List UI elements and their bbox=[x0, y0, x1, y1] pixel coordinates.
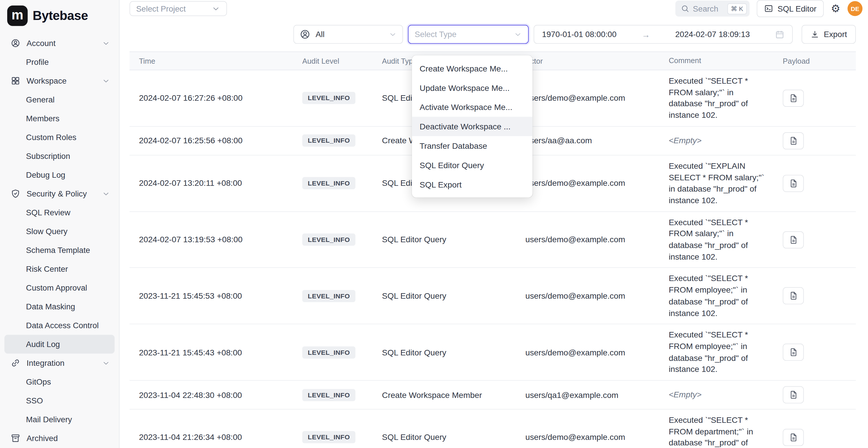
sql-editor-label: SQL Editor bbox=[778, 4, 817, 13]
audit-level-badge: LEVEL_INFO bbox=[302, 290, 355, 302]
sidebar-item-subscription[interactable]: Subscription bbox=[4, 147, 114, 165]
dropdown-option[interactable]: Update Workspace Me... bbox=[412, 78, 533, 98]
sidebar-item-schema-template[interactable]: Schema Template bbox=[4, 241, 114, 260]
sidebar-item-label: Schema Template bbox=[26, 246, 90, 255]
sidebar-item-label: Members bbox=[26, 114, 60, 123]
sidebar-item-slow-query[interactable]: Slow Query bbox=[4, 222, 114, 241]
sidebar-item-debug-log[interactable]: Debug Log bbox=[4, 165, 114, 184]
sidebar-section-workspace[interactable]: Workspace bbox=[0, 71, 119, 90]
sidebar-item-sql-review[interactable]: SQL Review bbox=[4, 203, 114, 222]
avatar[interactable]: DE bbox=[847, 1, 863, 16]
type-filter-select[interactable]: Select Type bbox=[408, 25, 529, 44]
row-time: 2023-11-04 22:48:30 +08:00 bbox=[129, 390, 302, 399]
column-header-time: Time bbox=[129, 57, 302, 65]
archive-icon bbox=[10, 433, 20, 443]
dropdown-option[interactable]: Create Workspace Me... bbox=[412, 59, 533, 78]
sidebar-section-label: Workspace bbox=[27, 76, 96, 85]
sidebar-section-archived[interactable]: Archived bbox=[0, 429, 119, 448]
sidebar-section-integration[interactable]: Integration bbox=[0, 354, 119, 373]
sidebar-section-label: Integration bbox=[27, 359, 96, 367]
sidebar-item-data-masking[interactable]: Data Masking bbox=[4, 297, 114, 316]
payload-view-button[interactable] bbox=[783, 175, 804, 192]
search-shortcut-badge: ⌘ K bbox=[727, 3, 747, 14]
payload-view-button[interactable] bbox=[783, 132, 804, 149]
payload-view-button[interactable] bbox=[783, 386, 804, 404]
sidebar-item-custom-roles[interactable]: Custom Roles bbox=[4, 128, 114, 147]
payload-view-button[interactable] bbox=[783, 231, 804, 248]
type-filter-dropdown-menu: Create Workspace Me... Update Workspace … bbox=[412, 55, 533, 197]
audit-level-badge: LEVEL_INFO bbox=[302, 135, 355, 147]
payload-view-button[interactable] bbox=[783, 90, 804, 107]
table-row: 2023-11-21 15:45:43 +08:00 LEVEL_INFO SQ… bbox=[129, 324, 856, 381]
sidebar-item-mail-delivery[interactable]: Mail Delivery bbox=[4, 410, 114, 429]
sidebar-item-label: Slow Query bbox=[26, 227, 67, 236]
chevron-down-icon bbox=[389, 30, 397, 38]
document-icon bbox=[789, 136, 798, 146]
column-header-comment: Comment bbox=[669, 56, 778, 66]
row-comment: <Empty> bbox=[669, 135, 778, 147]
payload-view-button[interactable] bbox=[783, 429, 804, 446]
export-button[interactable]: Export bbox=[802, 25, 856, 44]
row-audit-type: SQL Editor Query bbox=[382, 235, 525, 244]
row-time: 2024-02-07 16:27:26 +08:00 bbox=[129, 94, 302, 103]
sidebar-item-audit-log[interactable]: Audit Log bbox=[4, 335, 114, 354]
sidebar-item-members[interactable]: Members bbox=[4, 109, 114, 128]
column-header-audit-level: Audit Level bbox=[302, 57, 382, 65]
brand-name: Bytebase bbox=[33, 8, 88, 23]
audit-level-badge: LEVEL_INFO bbox=[302, 346, 355, 358]
table-row: 2023-11-04 21:26:34 +08:00 LEVEL_INFO SQ… bbox=[129, 410, 856, 448]
dropdown-option[interactable]: Transfer Database bbox=[412, 136, 533, 155]
app: m Bytebase Account Profile Workspace Gen… bbox=[0, 0, 868, 448]
bytebase-logo-icon: m bbox=[7, 5, 28, 26]
sidebar-item-sso[interactable]: SSO bbox=[4, 391, 114, 410]
row-actor: users/demo@example.com bbox=[525, 291, 669, 300]
sidebar-section-account[interactable]: Account bbox=[0, 34, 119, 53]
dropdown-option-highlighted[interactable]: Deactivate Workspace ... bbox=[412, 117, 533, 136]
row-comment: Executed `"SELECT * FROM employee;"` in … bbox=[669, 329, 778, 375]
sidebar-item-label: Risk Center bbox=[26, 264, 68, 274]
gear-icon[interactable]: ⚙ bbox=[831, 3, 840, 13]
sidebar-item-custom-approval[interactable]: Custom Approval bbox=[4, 279, 114, 297]
chevron-down-icon bbox=[102, 39, 110, 47]
dropdown-option[interactable]: Activate Workspace Me... bbox=[412, 98, 533, 117]
row-actor: users/aa@aa.com bbox=[525, 136, 669, 145]
row-audit-type: SQL Editor Query bbox=[382, 433, 525, 442]
document-icon bbox=[789, 179, 798, 188]
payload-view-button[interactable] bbox=[783, 344, 804, 361]
document-icon bbox=[789, 291, 798, 301]
sidebar-item-data-access-control[interactable]: Data Access Control bbox=[4, 316, 114, 335]
sidebar-section-label: Security & Policy bbox=[27, 189, 96, 198]
document-icon bbox=[789, 235, 798, 245]
sidebar-item-label: Custom Roles bbox=[26, 133, 76, 142]
search-input[interactable]: Search ⌘ K bbox=[675, 1, 749, 17]
row-comment: Executed `"SELECT * FROM salary;"` in da… bbox=[669, 217, 778, 262]
actor-filter-value: All bbox=[316, 30, 324, 39]
top-bar: Select Project Search ⌘ K SQL Editor ⚙ D… bbox=[120, 0, 868, 17]
sidebar-item-general[interactable]: General bbox=[4, 90, 114, 109]
sql-editor-button[interactable]: SQL Editor bbox=[756, 0, 824, 17]
chevron-down-icon bbox=[102, 359, 110, 367]
row-comment: Executed `"EXPLAIN SELECT * FROM salary;… bbox=[669, 160, 778, 206]
sidebar-item-risk-center[interactable]: Risk Center bbox=[4, 260, 114, 279]
sidebar-item-label: Debug Log bbox=[26, 170, 65, 180]
sidebar-item-label: Mail Delivery bbox=[26, 415, 72, 424]
payload-view-button[interactable] bbox=[783, 287, 804, 305]
row-time: 2023-11-21 15:45:43 +08:00 bbox=[129, 348, 302, 357]
actor-filter-select[interactable]: All bbox=[293, 25, 403, 44]
date-range-picker[interactable]: 1970-01-01 08:00:00 → 2024-02-07 18:09:1… bbox=[534, 25, 793, 44]
audit-level-badge: LEVEL_INFO bbox=[302, 389, 355, 401]
dropdown-option[interactable]: SQL Editor Query bbox=[412, 155, 533, 175]
project-select[interactable]: Select Project bbox=[129, 1, 227, 16]
chevron-down-icon bbox=[102, 190, 110, 198]
sidebar-item-label: Profile bbox=[26, 58, 49, 67]
sidebar-item-profile[interactable]: Profile bbox=[4, 53, 114, 71]
sidebar-section-security-policy[interactable]: Security & Policy bbox=[0, 184, 119, 203]
date-from-value: 1970-01-01 08:00:00 bbox=[542, 30, 616, 39]
sidebar-item-label: Custom Approval bbox=[26, 283, 87, 292]
document-icon bbox=[789, 94, 798, 103]
dropdown-option[interactable]: SQL Export bbox=[412, 175, 533, 194]
row-comment: Executed `"SELECT * FROM salary;"` in da… bbox=[669, 75, 778, 121]
logo-row[interactable]: m Bytebase bbox=[0, 0, 119, 31]
sidebar: m Bytebase Account Profile Workspace Gen… bbox=[0, 0, 120, 448]
sidebar-item-gitops[interactable]: GitOps bbox=[4, 373, 114, 391]
